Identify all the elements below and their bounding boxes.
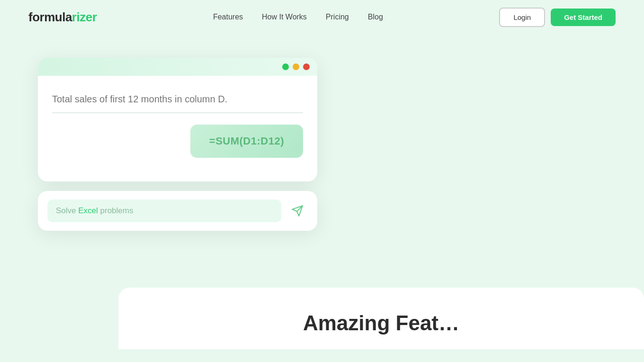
logo[interactable]: formularizer xyxy=(28,10,97,25)
nav-buttons: Login Get Started xyxy=(499,8,616,27)
demo-card: =SUM(D1:D12) xyxy=(38,58,317,181)
logo-part2: rizer xyxy=(72,10,97,24)
search-card: Solve Excel problems xyxy=(38,191,317,231)
features-title: Amazing Feat… xyxy=(147,311,616,335)
dot-red-icon xyxy=(303,63,310,70)
nav-link-blog[interactable]: Blog xyxy=(368,13,383,21)
dot-yellow-icon xyxy=(293,63,299,70)
main-content: =SUM(D1:D12) Solve Excel problems xyxy=(0,34,644,231)
card-body: =SUM(D1:D12) xyxy=(38,76,317,167)
nav-link-features[interactable]: Features xyxy=(213,13,243,21)
dot-green-icon xyxy=(282,63,289,70)
prompt-input[interactable] xyxy=(52,90,303,113)
nav-item-features[interactable]: Features xyxy=(213,13,243,21)
logo-part1: formula xyxy=(28,10,72,24)
send-icon xyxy=(291,205,304,217)
nav-link-pricing[interactable]: Pricing xyxy=(326,13,349,21)
formula-bubble: =SUM(D1:D12) xyxy=(190,125,303,158)
search-excel-word: Excel xyxy=(78,206,98,215)
login-button[interactable]: Login xyxy=(499,8,545,27)
card-header xyxy=(38,58,317,76)
search-input-wrapper[interactable]: Solve Excel problems xyxy=(47,199,281,222)
nav-item-pricing[interactable]: Pricing xyxy=(326,13,349,21)
formula-result: =SUM(D1:D12) xyxy=(52,125,303,158)
send-button[interactable] xyxy=(287,200,308,221)
navbar: formularizer Features How It Works Prici… xyxy=(0,0,644,34)
search-prefix: Solve xyxy=(56,206,78,215)
nav-links: Features How It Works Pricing Blog xyxy=(213,13,383,21)
search-suffix: problems xyxy=(98,206,134,215)
get-started-button[interactable]: Get Started xyxy=(551,9,616,26)
search-input-text: Solve Excel problems xyxy=(56,206,273,216)
nav-item-how-it-works[interactable]: How It Works xyxy=(262,13,307,21)
nav-item-blog[interactable]: Blog xyxy=(368,13,383,21)
features-section: Amazing Feat… xyxy=(118,288,644,349)
nav-link-how-it-works[interactable]: How It Works xyxy=(262,13,307,21)
